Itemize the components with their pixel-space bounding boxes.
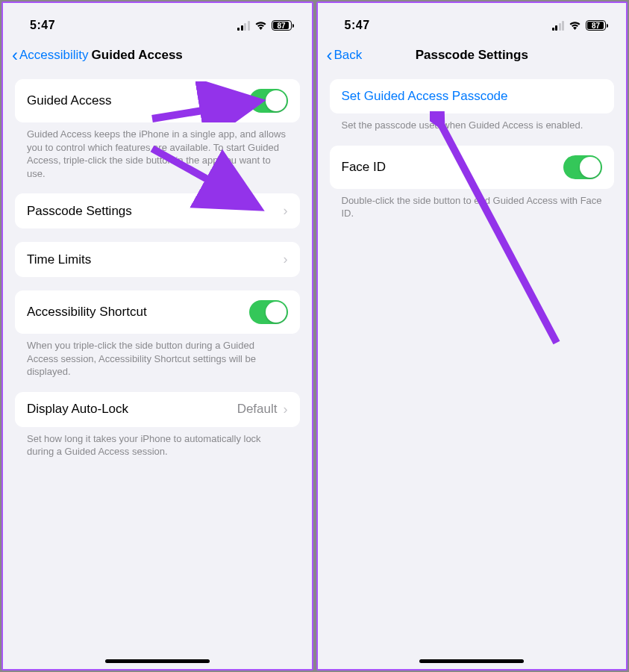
face-id-toggle[interactable]	[563, 155, 602, 179]
chevron-right-icon: ›	[284, 203, 288, 219]
phone-right: 5:47 87 ‹ Back Passcode Settings Set Gui…	[316, 1, 628, 671]
cellular-icon	[552, 21, 565, 31]
face-id-row[interactable]: Face ID	[330, 146, 615, 189]
home-indicator[interactable]	[105, 659, 210, 663]
phone-left: 5:47 87 ‹ Accessibility Guided Access Gu…	[1, 1, 313, 671]
face-id-footer: Double-click the side button to end Guid…	[330, 189, 615, 220]
display-auto-lock-footer: Set how long it takes your iPhone to aut…	[15, 427, 300, 458]
row-label: Time Limits	[27, 252, 91, 267]
status-icons: 87	[552, 20, 609, 31]
back-label: Accessibility	[19, 48, 89, 63]
page-title: Guided Access	[92, 48, 183, 63]
chevron-left-icon: ‹	[12, 46, 18, 64]
settings-list: Guided Access Guided Access keeps the iP…	[3, 72, 312, 669]
settings-list: Set Guided Access Passcode Set the passc…	[318, 72, 627, 669]
status-bar: 5:47 87	[318, 3, 627, 40]
nav-bar: ‹ Back Passcode Settings	[318, 40, 627, 72]
page-title: Passcode Settings	[416, 48, 528, 63]
passcode-settings-row[interactable]: Passcode Settings ›	[15, 193, 300, 228]
row-label: Accessibility Shortcut	[27, 305, 147, 320]
row-label: Face ID	[342, 160, 387, 175]
back-button[interactable]: ‹ Back	[327, 46, 363, 64]
row-label: Guided Access	[27, 93, 111, 108]
guided-access-toggle[interactable]	[249, 89, 288, 113]
set-passcode-row[interactable]: Set Guided Access Passcode	[330, 79, 615, 113]
row-value: Default	[237, 402, 278, 417]
set-passcode-footer: Set the passcode used when Guided Access…	[330, 113, 615, 132]
battery-icon: 87	[586, 20, 608, 31]
display-auto-lock-row[interactable]: Display Auto-Lock Default ›	[15, 392, 300, 427]
chevron-left-icon: ‹	[327, 46, 333, 64]
cellular-icon	[237, 21, 250, 31]
row-label: Display Auto-Lock	[27, 402, 128, 417]
row-label: Set Guided Access Passcode	[342, 89, 508, 104]
status-time: 5:47	[345, 19, 370, 32]
guided-access-footer: Guided Access keeps the iPhone in a sing…	[15, 122, 300, 180]
guided-access-row[interactable]: Guided Access	[15, 79, 300, 122]
wifi-icon	[254, 21, 267, 30]
status-time: 5:47	[30, 19, 55, 32]
row-label: Passcode Settings	[27, 204, 132, 219]
back-label: Back	[334, 48, 363, 63]
time-limits-row[interactable]: Time Limits ›	[15, 242, 300, 277]
chevron-right-icon: ›	[284, 402, 288, 417]
accessibility-shortcut-row[interactable]: Accessibility Shortcut	[15, 290, 300, 334]
home-indicator[interactable]	[419, 659, 524, 663]
chevron-right-icon: ›	[284, 252, 288, 267]
battery-icon: 87	[272, 20, 294, 31]
status-bar: 5:47 87	[3, 3, 312, 40]
accessibility-shortcut-toggle[interactable]	[249, 300, 288, 324]
back-button[interactable]: ‹ Accessibility	[12, 46, 89, 64]
nav-bar: ‹ Accessibility Guided Access	[3, 40, 312, 72]
accessibility-shortcut-footer: When you triple-click the side button du…	[15, 334, 300, 379]
status-icons: 87	[237, 20, 294, 31]
wifi-icon	[569, 21, 581, 30]
